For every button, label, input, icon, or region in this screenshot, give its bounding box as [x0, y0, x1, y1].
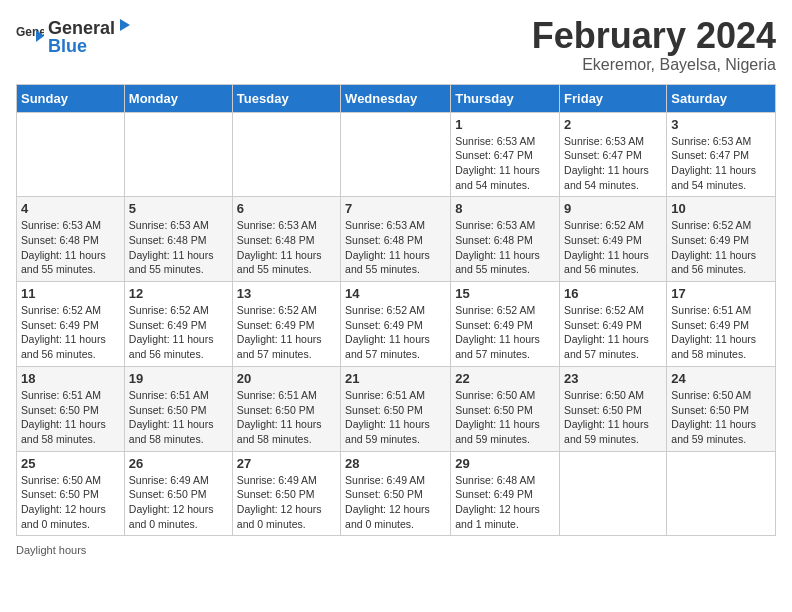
- subtitle: Ekeremor, Bayelsa, Nigeria: [532, 56, 776, 74]
- day-info: Sunrise: 6:53 AM Sunset: 6:48 PM Dayligh…: [129, 218, 228, 277]
- day-of-week-header: Saturday: [667, 84, 776, 112]
- day-info: Sunrise: 6:50 AM Sunset: 6:50 PM Dayligh…: [564, 388, 662, 447]
- day-number: 12: [129, 286, 228, 301]
- calendar-week-row: 11Sunrise: 6:52 AM Sunset: 6:49 PM Dayli…: [17, 282, 776, 367]
- day-number: 8: [455, 201, 555, 216]
- calendar-cell: 7Sunrise: 6:53 AM Sunset: 6:48 PM Daylig…: [341, 197, 451, 282]
- calendar-cell: 16Sunrise: 6:52 AM Sunset: 6:49 PM Dayli…: [560, 282, 667, 367]
- calendar-cell: 27Sunrise: 6:49 AM Sunset: 6:50 PM Dayli…: [232, 451, 340, 536]
- day-number: 7: [345, 201, 446, 216]
- day-of-week-header: Sunday: [17, 84, 125, 112]
- day-of-week-header: Monday: [124, 84, 232, 112]
- calendar-cell: [341, 112, 451, 197]
- day-info: Sunrise: 6:51 AM Sunset: 6:50 PM Dayligh…: [129, 388, 228, 447]
- calendar-week-row: 18Sunrise: 6:51 AM Sunset: 6:50 PM Dayli…: [17, 366, 776, 451]
- calendar-cell: 8Sunrise: 6:53 AM Sunset: 6:48 PM Daylig…: [451, 197, 560, 282]
- calendar-week-row: 4Sunrise: 6:53 AM Sunset: 6:48 PM Daylig…: [17, 197, 776, 282]
- calendar-cell: 1Sunrise: 6:53 AM Sunset: 6:47 PM Daylig…: [451, 112, 560, 197]
- day-info: Sunrise: 6:52 AM Sunset: 6:49 PM Dayligh…: [345, 303, 446, 362]
- day-info: Sunrise: 6:52 AM Sunset: 6:49 PM Dayligh…: [671, 218, 771, 277]
- calendar-table: SundayMondayTuesdayWednesdayThursdayFrid…: [16, 84, 776, 537]
- day-number: 21: [345, 371, 446, 386]
- day-number: 3: [671, 117, 771, 132]
- day-info: Sunrise: 6:51 AM Sunset: 6:50 PM Dayligh…: [345, 388, 446, 447]
- day-info: Sunrise: 6:50 AM Sunset: 6:50 PM Dayligh…: [455, 388, 555, 447]
- day-number: 1: [455, 117, 555, 132]
- day-info: Sunrise: 6:53 AM Sunset: 6:48 PM Dayligh…: [345, 218, 446, 277]
- day-number: 24: [671, 371, 771, 386]
- calendar-cell: 5Sunrise: 6:53 AM Sunset: 6:48 PM Daylig…: [124, 197, 232, 282]
- day-number: 26: [129, 456, 228, 471]
- calendar-cell: 29Sunrise: 6:48 AM Sunset: 6:49 PM Dayli…: [451, 451, 560, 536]
- day-number: 16: [564, 286, 662, 301]
- day-number: 29: [455, 456, 555, 471]
- calendar-cell: 28Sunrise: 6:49 AM Sunset: 6:50 PM Dayli…: [341, 451, 451, 536]
- calendar-cell: [667, 451, 776, 536]
- calendar-cell: 24Sunrise: 6:50 AM Sunset: 6:50 PM Dayli…: [667, 366, 776, 451]
- day-number: 11: [21, 286, 120, 301]
- calendar-cell: 26Sunrise: 6:49 AM Sunset: 6:50 PM Dayli…: [124, 451, 232, 536]
- day-info: Sunrise: 6:51 AM Sunset: 6:50 PM Dayligh…: [237, 388, 336, 447]
- calendar-cell: 18Sunrise: 6:51 AM Sunset: 6:50 PM Dayli…: [17, 366, 125, 451]
- day-info: Sunrise: 6:53 AM Sunset: 6:47 PM Dayligh…: [671, 134, 771, 193]
- day-number: 13: [237, 286, 336, 301]
- calendar-cell: 13Sunrise: 6:52 AM Sunset: 6:49 PM Dayli…: [232, 282, 340, 367]
- day-number: 5: [129, 201, 228, 216]
- calendar-cell: 21Sunrise: 6:51 AM Sunset: 6:50 PM Dayli…: [341, 366, 451, 451]
- calendar-cell: 17Sunrise: 6:51 AM Sunset: 6:49 PM Dayli…: [667, 282, 776, 367]
- day-of-week-header: Friday: [560, 84, 667, 112]
- calendar-cell: 22Sunrise: 6:50 AM Sunset: 6:50 PM Dayli…: [451, 366, 560, 451]
- day-info: Sunrise: 6:52 AM Sunset: 6:49 PM Dayligh…: [564, 218, 662, 277]
- calendar-cell: 12Sunrise: 6:52 AM Sunset: 6:49 PM Dayli…: [124, 282, 232, 367]
- main-title: February 2024: [532, 16, 776, 56]
- day-info: Sunrise: 6:53 AM Sunset: 6:48 PM Dayligh…: [455, 218, 555, 277]
- title-area: February 2024 Ekeremor, Bayelsa, Nigeria: [532, 16, 776, 74]
- day-of-week-header: Tuesday: [232, 84, 340, 112]
- day-info: Sunrise: 6:52 AM Sunset: 6:49 PM Dayligh…: [21, 303, 120, 362]
- calendar-cell: 15Sunrise: 6:52 AM Sunset: 6:49 PM Dayli…: [451, 282, 560, 367]
- svg-marker-2: [120, 19, 130, 31]
- day-number: 14: [345, 286, 446, 301]
- logo-blue-text: Blue: [48, 36, 87, 56]
- day-info: Sunrise: 6:48 AM Sunset: 6:49 PM Dayligh…: [455, 473, 555, 532]
- day-number: 2: [564, 117, 662, 132]
- calendar-cell: 19Sunrise: 6:51 AM Sunset: 6:50 PM Dayli…: [124, 366, 232, 451]
- day-number: 27: [237, 456, 336, 471]
- day-number: 6: [237, 201, 336, 216]
- calendar-week-row: 1Sunrise: 6:53 AM Sunset: 6:47 PM Daylig…: [17, 112, 776, 197]
- day-number: 18: [21, 371, 120, 386]
- day-number: 4: [21, 201, 120, 216]
- header: General General Blue February 2024 Ekere…: [16, 16, 776, 74]
- day-number: 25: [21, 456, 120, 471]
- day-of-week-header: Wednesday: [341, 84, 451, 112]
- day-info: Sunrise: 6:53 AM Sunset: 6:47 PM Dayligh…: [564, 134, 662, 193]
- day-info: Sunrise: 6:53 AM Sunset: 6:47 PM Dayligh…: [455, 134, 555, 193]
- calendar-cell: 3Sunrise: 6:53 AM Sunset: 6:47 PM Daylig…: [667, 112, 776, 197]
- calendar-cell: 14Sunrise: 6:52 AM Sunset: 6:49 PM Dayli…: [341, 282, 451, 367]
- day-number: 10: [671, 201, 771, 216]
- day-info: Sunrise: 6:52 AM Sunset: 6:49 PM Dayligh…: [129, 303, 228, 362]
- day-info: Sunrise: 6:50 AM Sunset: 6:50 PM Dayligh…: [671, 388, 771, 447]
- logo: General General Blue: [16, 16, 134, 56]
- calendar-cell: [232, 112, 340, 197]
- day-info: Sunrise: 6:51 AM Sunset: 6:49 PM Dayligh…: [671, 303, 771, 362]
- day-info: Sunrise: 6:49 AM Sunset: 6:50 PM Dayligh…: [345, 473, 446, 532]
- calendar-cell: 10Sunrise: 6:52 AM Sunset: 6:49 PM Dayli…: [667, 197, 776, 282]
- calendar-cell: [124, 112, 232, 197]
- calendar-cell: [560, 451, 667, 536]
- calendar-cell: 6Sunrise: 6:53 AM Sunset: 6:48 PM Daylig…: [232, 197, 340, 282]
- calendar-cell: 25Sunrise: 6:50 AM Sunset: 6:50 PM Dayli…: [17, 451, 125, 536]
- days-of-week-row: SundayMondayTuesdayWednesdayThursdayFrid…: [17, 84, 776, 112]
- day-info: Sunrise: 6:49 AM Sunset: 6:50 PM Dayligh…: [129, 473, 228, 532]
- day-number: 19: [129, 371, 228, 386]
- logo-general-text: General: [48, 19, 115, 37]
- day-number: 15: [455, 286, 555, 301]
- day-number: 17: [671, 286, 771, 301]
- day-number: 28: [345, 456, 446, 471]
- daylight-label: Daylight hours: [16, 544, 86, 556]
- day-info: Sunrise: 6:52 AM Sunset: 6:49 PM Dayligh…: [237, 303, 336, 362]
- calendar-week-row: 25Sunrise: 6:50 AM Sunset: 6:50 PM Dayli…: [17, 451, 776, 536]
- day-info: Sunrise: 6:51 AM Sunset: 6:50 PM Dayligh…: [21, 388, 120, 447]
- calendar-body: 1Sunrise: 6:53 AM Sunset: 6:47 PM Daylig…: [17, 112, 776, 536]
- calendar-cell: [17, 112, 125, 197]
